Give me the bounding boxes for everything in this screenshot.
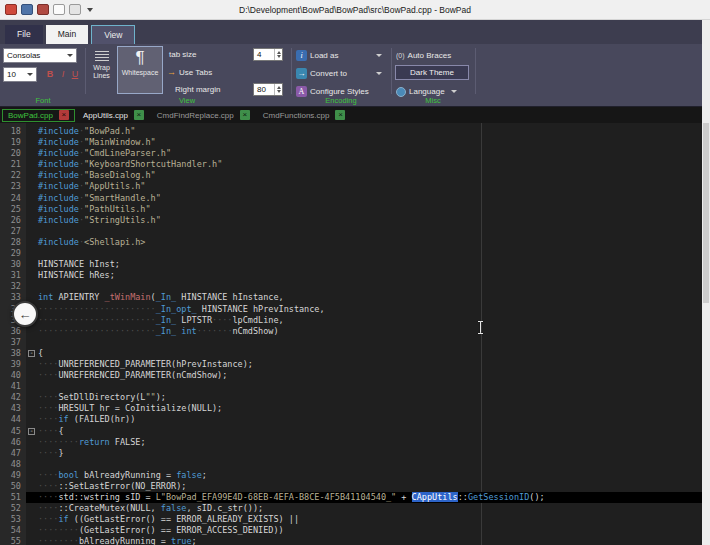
code-line[interactable]: 26#include·"StringUtils.h"	[0, 215, 702, 226]
code-line[interactable]: 42····SetDllDirectory(L"");	[0, 392, 702, 403]
open-document-icon[interactable]	[69, 4, 81, 15]
code-text: ····SetDllDirectory(L"");	[38, 392, 702, 403]
file-tab[interactable]: BowPad.cpp×	[2, 109, 75, 122]
file-tab[interactable]: CmdFunctions.cpp×	[258, 109, 351, 122]
fold-margin	[26, 148, 38, 159]
code-line[interactable]: 46········return FALSE;	[0, 437, 702, 448]
code-line[interactable]: 22#include·"BaseDialog.h"	[0, 170, 702, 181]
code-line[interactable]: 45-····{	[0, 426, 702, 437]
font-size-combobox[interactable]: 10	[3, 67, 37, 82]
language-icon	[396, 87, 406, 97]
code-line[interactable]: 54········(GetLastError() == ERROR_ACCES…	[0, 525, 702, 536]
new-document-icon[interactable]	[53, 4, 65, 15]
code-line[interactable]: 41	[0, 381, 702, 392]
close-tab-icon[interactable]: ×	[59, 110, 69, 120]
close-tab-icon[interactable]: ×	[335, 110, 345, 120]
titlebar: D:\Development\BowPad\BowPad\src\BowPad.…	[0, 0, 710, 20]
file-tab[interactable]: CmdFindReplace.cpp×	[152, 109, 255, 122]
close-tab-icon[interactable]: ×	[240, 110, 250, 120]
load-as-dropdown[interactable]: i Load as	[296, 49, 382, 62]
code-line[interactable]: 30HINSTANCE hInst;	[0, 259, 702, 270]
close-tab-icon[interactable]: ×	[134, 110, 144, 120]
code-line[interactable]: 19#include·"MainWindow.h"	[0, 137, 702, 148]
code-line[interactable]: 27	[0, 226, 702, 237]
code-editor[interactable]: 18#include·"BowPad.h"19#include·"MainWin…	[0, 123, 710, 545]
bowpad-window: D:\Development\BowPad\BowPad\src\BowPad.…	[0, 0, 710, 545]
fold-margin	[26, 525, 38, 536]
convert-to-dropdown[interactable]: → Convert to	[296, 67, 382, 80]
code-area[interactable]: 18#include·"BowPad.h"19#include·"MainWin…	[0, 126, 702, 545]
ribbon-tab-main[interactable]: Main	[46, 25, 88, 44]
code-line[interactable]: 33int APIENTRY _tWinMain(_In_ HINSTANCE …	[0, 292, 702, 303]
fold-margin[interactable]: -	[26, 348, 38, 359]
code-line[interactable]: 38-{	[0, 348, 702, 359]
code-line[interactable]: 37	[0, 337, 702, 348]
code-text: #include·"StringUtils.h"	[38, 215, 702, 226]
right-margin-spinner[interactable]: 80	[253, 83, 283, 96]
save-all-icon[interactable]	[37, 4, 49, 15]
line-number: 50	[0, 481, 26, 492]
code-line[interactable]: 25#include·"PathUtils.h"	[0, 204, 702, 215]
code-line[interactable]: 23#include·"AppUtils.h"	[0, 181, 702, 192]
fold-margin	[26, 259, 38, 270]
code-line[interactable]: 20#include·"CmdLineParser.h"	[0, 148, 702, 159]
code-line[interactable]: 28#include·<Shellapi.h>	[0, 237, 702, 248]
code-line[interactable]: 36·······················_In_ int·······…	[0, 326, 702, 337]
code-line[interactable]: 39····UNREFERENCED_PARAMETER(hPrevInstan…	[0, 359, 702, 370]
fold-margin[interactable]: -	[26, 426, 38, 437]
code-line[interactable]: 40····UNREFERENCED_PARAMETER(nCmdShow);	[0, 370, 702, 381]
line-number: 41	[0, 381, 26, 392]
tab-size-spinner[interactable]: 4	[253, 48, 283, 61]
code-line[interactable]: 31HINSTANCE hRes;	[0, 270, 702, 281]
code-text: ····bool bAlreadyRunning = false;	[38, 470, 702, 481]
dark-theme-toggle[interactable]: Dark Theme	[395, 65, 469, 80]
code-line[interactable]: 44····if (FAILED(hr))	[0, 414, 702, 425]
ribbon-tab-file[interactable]: File	[5, 25, 43, 44]
bold-button[interactable]: B	[44, 67, 56, 82]
wrap-lines-button[interactable]: Wrap Lines	[88, 46, 115, 94]
file-tab[interactable]: AppUtils.cpp×	[78, 109, 149, 122]
fold-collapse-icon[interactable]: -	[28, 428, 35, 435]
scrollbar-thumb[interactable]	[703, 123, 709, 303]
code-line[interactable]: 52····::CreateMutex(NULL, false, sID.c_s…	[0, 503, 702, 514]
save-icon[interactable]	[21, 4, 33, 15]
code-line[interactable]: 55········bAlreadyRunning = true;	[0, 536, 702, 545]
code-line[interactable]: 49····bool bAlreadyRunning = false;	[0, 470, 702, 481]
line-number: 26	[0, 215, 26, 226]
code-line[interactable]: 47····}	[0, 448, 702, 459]
code-line[interactable]: 21#include·"KeyboardShortcutHandler.h"	[0, 159, 702, 170]
font-name-combobox[interactable]: Consolas	[3, 48, 77, 63]
code-text: ·······················_In_opt_ HINSTANC…	[38, 304, 702, 315]
ribbon-tab-view[interactable]: View	[91, 25, 135, 44]
code-text	[38, 226, 702, 237]
code-line[interactable]: 51····std::wstring sID = L"BowPad_EFA99E…	[0, 492, 702, 503]
spinner-arrows-icon[interactable]	[274, 84, 282, 95]
code-line[interactable]: 43····HRESULT hr = CoInitialize(NULL);	[0, 403, 702, 414]
code-line[interactable]: 24#include·"SmartHandle.h"	[0, 193, 702, 204]
underline-button[interactable]: U	[69, 67, 81, 82]
fold-collapse-icon[interactable]: -	[28, 350, 35, 357]
code-line[interactable]: 53····if ((GetLastError() == ERROR_ALREA…	[0, 514, 702, 525]
code-line[interactable]: 48	[0, 459, 702, 470]
auto-braces-label: Auto Braces	[408, 51, 452, 60]
code-line[interactable]: 32	[0, 281, 702, 292]
italic-button[interactable]: I	[57, 67, 69, 82]
use-tabs-toggle[interactable]: → Use Tabs	[167, 66, 212, 79]
whitespace-button[interactable]: ¶ Whitespace	[117, 46, 163, 94]
group-divider	[291, 48, 292, 94]
auto-braces-icon: (0)	[396, 52, 405, 59]
qat-customize-arrow-icon[interactable]	[87, 8, 93, 12]
code-line[interactable]: 35·······················_In_ LPTSTR····…	[0, 315, 702, 326]
code-line[interactable]: 18#include·"BowPad.h"	[0, 126, 702, 137]
spinner-arrows-icon[interactable]	[274, 49, 282, 60]
code-line[interactable]: 29	[0, 248, 702, 259]
auto-braces-toggle[interactable]: (0) Auto Braces	[396, 49, 451, 62]
code-line[interactable]: 34·······················_In_opt_ HINSTA…	[0, 304, 702, 315]
use-tabs-label: Use Tabs	[179, 68, 212, 77]
vertical-scrollbar[interactable]	[702, 20, 710, 545]
code-line[interactable]: 50····::SetLastError(NO_ERROR);	[0, 481, 702, 492]
fold-margin	[26, 181, 38, 192]
line-number: 31	[0, 270, 26, 281]
back-button-overlay[interactable]: ←	[12, 301, 38, 327]
file-tab-label: BowPad.cpp	[8, 111, 53, 120]
